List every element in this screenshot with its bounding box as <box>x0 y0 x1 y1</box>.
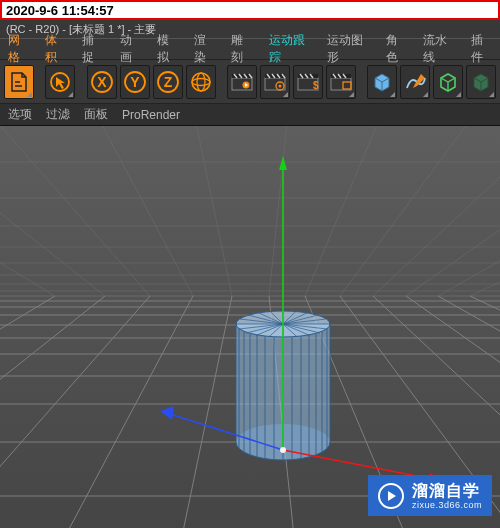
svg-line-39 <box>0 296 150 528</box>
dropdown-corner-icon <box>283 92 288 97</box>
axis-y-icon: Y <box>123 70 147 94</box>
menu-mesh[interactable]: 网格 <box>0 29 37 69</box>
clapper-view-icon <box>329 72 353 92</box>
svg-line-37 <box>0 296 55 528</box>
svg-line-41 <box>180 296 232 528</box>
tool-generator[interactable] <box>433 65 463 99</box>
svg-line-67 <box>340 126 500 296</box>
svg-line-60 <box>0 126 55 296</box>
svg-marker-115 <box>160 406 174 420</box>
vp-menu-filter[interactable]: 过滤 <box>46 106 70 123</box>
dropdown-corner-icon <box>456 92 461 97</box>
tool-render-view[interactable] <box>227 65 257 99</box>
svg-text:Z: Z <box>163 74 172 90</box>
tool-axis-x[interactable]: X <box>87 65 117 99</box>
svg-line-66 <box>305 126 410 296</box>
svg-line-64 <box>180 126 232 296</box>
svg-marker-111 <box>279 156 287 170</box>
menu-volume[interactable]: 体积 <box>37 29 74 69</box>
timestamp-text: 2020-9-6 11:54:57 <box>6 3 114 18</box>
vp-menu-panel[interactable]: 面板 <box>84 106 108 123</box>
svg-line-65 <box>269 126 295 296</box>
tool-deformer[interactable] <box>466 65 496 99</box>
svg-line-61 <box>0 126 105 296</box>
vp-menu-options[interactable]: 选项 <box>8 106 32 123</box>
main-toolbar: X Y Z $ <box>0 60 500 104</box>
viewport-scene <box>0 126 500 528</box>
svg-line-38 <box>0 296 105 528</box>
tool-render-pv[interactable]: $ <box>293 65 323 99</box>
menu-char[interactable]: 角色 <box>378 29 415 69</box>
globe-icon <box>189 70 213 94</box>
tool-coords[interactable] <box>186 65 216 99</box>
clapper-settings-icon <box>263 72 287 92</box>
dropdown-corner-icon <box>27 92 32 97</box>
play-circle-icon <box>378 483 404 509</box>
watermark-sub: zixue.3d66.com <box>412 500 482 510</box>
menu-anim[interactable]: 动画 <box>112 29 149 69</box>
menu-sim[interactable]: 模拟 <box>149 29 186 69</box>
tool-select[interactable] <box>45 65 75 99</box>
axis-z-icon: Z <box>156 70 180 94</box>
axis-x-icon: X <box>90 70 114 94</box>
tool-primitive[interactable] <box>367 65 397 99</box>
dropdown-corner-icon <box>423 92 428 97</box>
svg-rect-13 <box>265 78 285 90</box>
dropdown-corner-icon <box>390 92 395 97</box>
tool-render-region[interactable] <box>326 65 356 99</box>
svg-point-9 <box>197 73 205 91</box>
clapper-icon <box>230 72 254 92</box>
viewport-menu-bar: 选项 过滤 面板 ProRender <box>0 104 500 126</box>
svg-text:X: X <box>97 74 107 90</box>
clapper-dollar-icon: $ <box>296 72 320 92</box>
menu-track[interactable]: 运动跟踪 <box>261 29 319 69</box>
tool-editable[interactable] <box>4 65 34 99</box>
vp-menu-prorender[interactable]: ProRender <box>122 108 180 122</box>
svg-line-71 <box>470 126 500 296</box>
viewport-3d[interactable]: 溜溜自学 zixue.3d66.com <box>0 126 500 528</box>
dropdown-corner-icon <box>349 92 354 97</box>
svg-point-7 <box>192 73 210 91</box>
menu-plugin[interactable]: 插件 <box>463 29 500 69</box>
tool-spline[interactable] <box>400 65 430 99</box>
paper-fold-icon <box>8 71 30 93</box>
menu-render[interactable]: 渲染 <box>186 29 223 69</box>
svg-line-68 <box>373 126 500 296</box>
svg-text:Y: Y <box>130 74 140 90</box>
tool-render-settings[interactable] <box>260 65 290 99</box>
dropdown-corner-icon <box>68 92 73 97</box>
dropdown-corner-icon <box>489 92 494 97</box>
menu-pipeline[interactable]: 流水线 <box>415 29 463 69</box>
menu-snap[interactable]: 捕捉 <box>74 29 111 69</box>
svg-point-16 <box>278 84 281 87</box>
menu-bar: 网格 体积 捕捉 动画 模拟 渲染 雕刻 运动跟踪 运动图形 角色 流水线 插件 <box>0 38 500 60</box>
select-arrow-icon <box>49 71 71 93</box>
spline-pen-icon <box>403 70 427 94</box>
menu-sculpt[interactable]: 雕刻 <box>223 29 260 69</box>
svg-rect-20 <box>331 78 351 90</box>
watermark-badge: 溜溜自学 zixue.3d66.com <box>368 475 492 516</box>
svg-point-8 <box>192 78 210 85</box>
tool-axis-z[interactable]: Z <box>153 65 183 99</box>
svg-point-116 <box>280 447 286 453</box>
svg-line-70 <box>438 126 500 296</box>
tool-axis-y[interactable]: Y <box>120 65 150 99</box>
svg-text:$: $ <box>313 80 319 91</box>
svg-line-62 <box>0 126 150 296</box>
svg-line-69 <box>406 126 500 296</box>
timestamp-bar: 2020-9-6 11:54:57 <box>0 0 500 20</box>
menu-mograph[interactable]: 运动图形 <box>319 29 377 69</box>
watermark-main: 溜溜自学 <box>412 482 480 499</box>
svg-line-63 <box>60 126 193 296</box>
